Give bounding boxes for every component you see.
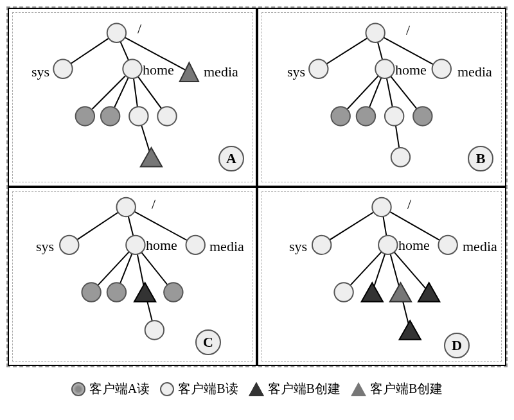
svg-point-8 (107, 24, 126, 42)
svg-point-50 (145, 320, 164, 339)
svg-point-43 (60, 236, 78, 254)
svg-point-47 (107, 283, 126, 301)
legend-b-read: 客户端B读 (160, 380, 238, 398)
legend-b-create1: 客户端B创建 (249, 380, 341, 398)
svg-marker-48 (134, 283, 155, 301)
svg-marker-11 (180, 62, 199, 81)
svg-point-62 (438, 236, 457, 254)
svg-point-12 (76, 107, 94, 125)
svg-point-42 (116, 198, 135, 216)
svg-point-33 (391, 148, 410, 166)
sys-label: sys (289, 238, 307, 255)
media-label: media (204, 64, 238, 80)
svg-point-59 (372, 198, 391, 216)
svg-point-26 (309, 60, 328, 78)
root-label: / (152, 196, 155, 213)
svg-line-51 (322, 207, 382, 245)
svg-point-14 (129, 107, 148, 125)
svg-marker-64 (362, 283, 383, 301)
panel-c: / sys home media C (8, 187, 257, 366)
sys-label: sys (31, 64, 49, 80)
legend-b-create2: 客户端B创建 (351, 380, 443, 398)
sys-label: sys (36, 238, 54, 255)
home-label: home (398, 237, 430, 254)
svg-point-49 (164, 283, 182, 301)
sys-label: sys (287, 64, 305, 80)
panel-label-a: A (218, 146, 244, 171)
panel-label-b: B (468, 146, 493, 171)
svg-point-45 (186, 236, 204, 254)
home-label: home (146, 237, 177, 254)
svg-line-34 (69, 207, 126, 245)
svg-point-63 (334, 283, 353, 301)
svg-point-60 (312, 236, 331, 254)
svg-point-31 (385, 107, 403, 125)
root-label: / (406, 22, 410, 39)
media-label: media (463, 238, 497, 255)
tree-d (258, 188, 505, 365)
svg-marker-67 (400, 320, 421, 339)
panel-a: / sys home media A (8, 8, 257, 187)
panel-label-c: C (195, 329, 221, 355)
svg-marker-65 (390, 283, 411, 301)
svg-point-46 (82, 283, 100, 301)
legend-a-read: 客户端A读 (71, 380, 150, 398)
svg-point-25 (366, 24, 384, 42)
legend-text: 客户端B读 (178, 380, 238, 398)
svg-point-30 (357, 107, 375, 125)
legend: 客户端A读 客户端B读 客户端B创建 客户端B创建 (6, 380, 508, 398)
dark-triangle-icon (249, 382, 264, 396)
diagram-container: / sys home media A (6, 6, 508, 367)
media-label: media (209, 238, 244, 255)
panel-b: / sys home media B (257, 8, 506, 187)
light-circle-icon (160, 382, 174, 396)
svg-point-13 (101, 107, 120, 125)
hatch-circle-icon (71, 382, 85, 396)
svg-point-32 (413, 107, 432, 125)
root-label: / (407, 196, 411, 213)
home-label: home (395, 62, 427, 78)
panel-grid: / sys home media A (8, 8, 506, 366)
svg-marker-66 (418, 283, 439, 301)
media-label: media (457, 64, 492, 80)
svg-point-29 (331, 107, 350, 125)
home-label: home (143, 62, 174, 78)
svg-point-10 (123, 60, 141, 78)
svg-point-44 (126, 236, 145, 254)
legend-text: 客户端B创建 (370, 380, 443, 398)
legend-text: 客户端B创建 (268, 380, 341, 398)
panel-d: / sys home media D (257, 187, 506, 366)
svg-point-15 (157, 107, 176, 125)
cross-triangle-icon (351, 382, 366, 396)
legend-text: 客户端A读 (89, 380, 150, 398)
root-label: / (137, 21, 141, 37)
svg-point-9 (53, 60, 72, 78)
svg-point-28 (432, 60, 451, 78)
svg-marker-16 (141, 148, 162, 166)
panel-label-d: D (444, 333, 470, 358)
svg-point-61 (378, 236, 397, 254)
svg-point-27 (375, 60, 394, 78)
